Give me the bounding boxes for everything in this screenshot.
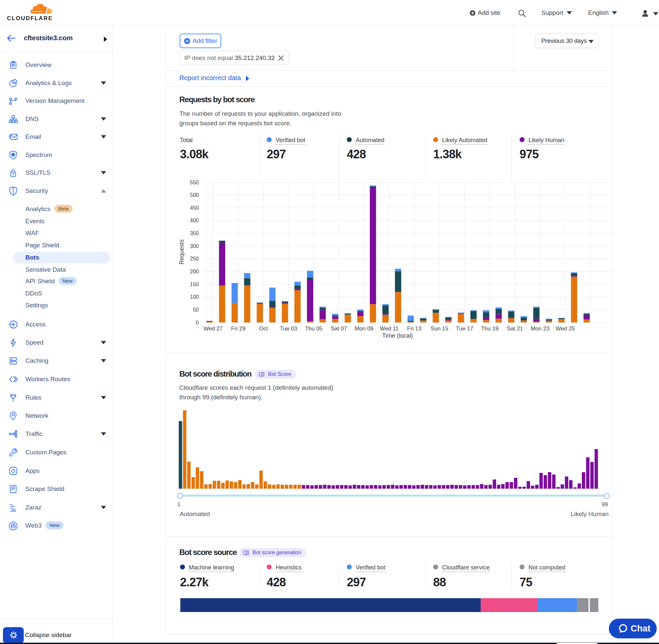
svg-text:Sat 21: Sat 21 [507,325,523,332]
svg-text:550: 550 [190,180,199,185]
svg-text:250: 250 [190,256,199,261]
svg-text:500: 500 [190,192,199,198]
svg-text:Thu 19: Thu 19 [481,325,498,332]
svg-text:Tue 03: Tue 03 [280,325,297,332]
svg-text:Wed 11: Wed 11 [380,325,399,332]
svg-text:Mon 09: Mon 09 [355,325,374,332]
svg-text:Time (local): Time (local) [382,332,413,339]
svg-text:Sun 15: Sun 15 [430,325,448,332]
svg-text:450: 450 [190,205,199,211]
svg-text:200: 200 [190,269,199,274]
svg-text:100: 100 [190,294,199,300]
svg-text:300: 300 [190,243,199,249]
svg-text:Tue 17: Tue 17 [456,325,473,332]
svg-text:Fri 29: Fri 29 [231,325,245,332]
svg-text:Thu 05: Thu 05 [305,325,323,332]
svg-text:50: 50 [193,307,199,313]
svg-text:Fri 13: Fri 13 [407,325,421,332]
svg-text:150: 150 [190,282,199,287]
svg-text:0: 0 [196,320,199,325]
svg-text:400: 400 [190,217,199,223]
svg-text:Wed 27: Wed 27 [204,325,222,332]
svg-text:Wed 25: Wed 25 [556,325,574,332]
svg-text:350: 350 [190,230,199,236]
svg-text:Requests: Requests [178,239,185,264]
svg-text:Sat 07: Sat 07 [331,325,347,332]
svg-text:Oct: Oct [259,325,268,332]
svg-text:Mon 23: Mon 23 [531,325,549,332]
